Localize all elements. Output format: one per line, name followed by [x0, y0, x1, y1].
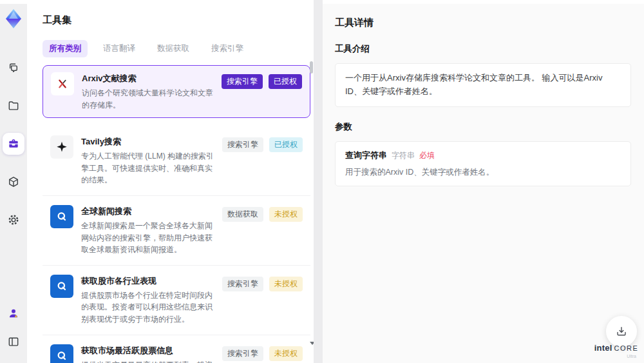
tab-all-categories[interactable]: 所有类别 — [43, 40, 88, 57]
app-sidebar — [0, 4, 27, 363]
status-badge: 未授权 — [269, 277, 303, 291]
brand-intel-text: intel — [594, 343, 612, 353]
cube-icon — [7, 175, 20, 188]
params-heading: 参数 — [335, 121, 631, 133]
tab-search-engine[interactable]: 搜索引擎 — [205, 40, 250, 57]
tool-detail-panel: 工具详情 工具介绍 一个用于从Arxiv存储库搜索科学论文和文章的工具。 输入可… — [323, 4, 644, 363]
toolset-panel: 工具集 所有类别 语言翻译 数据获取 搜索引擎 Arxiv文献搜索 访问各个研究… — [27, 4, 314, 363]
tool-card-active-stocks[interactable]: 获取市场最活跃股票信息 提供当天交易量最高的股票列表，投资者可以利用这些信息来识… — [43, 335, 310, 363]
tool-description: 提供当天交易量最高的股票列表，投资者可以利用这些信息来识别流动性强的股票和潜在的… — [81, 359, 214, 363]
sidebar-item-account[interactable] — [3, 302, 24, 324]
tool-description: 提供股票市场各个行业在特定时间段内的表现。投资者可以利用这些信息来识别表现优于或… — [81, 289, 214, 326]
category-tabs: 所有类别 语言翻译 数据获取 搜索引擎 — [43, 40, 314, 57]
sidebar-item-settings[interactable] — [3, 209, 24, 231]
search-q-icon — [50, 205, 73, 228]
tool-name: 获取市场最活跃股票信息 — [81, 345, 214, 357]
toolbox-icon — [7, 137, 20, 150]
status-badge: 未授权 — [269, 207, 303, 222]
sidebar-item-plugins[interactable] — [3, 171, 24, 193]
list-scrollbar[interactable] — [310, 58, 313, 359]
intel-core-logo: intelCORE Ultra — [594, 342, 639, 358]
tab-translation[interactable]: 语言翻译 — [97, 40, 142, 57]
param-box: 查询字符串 字符串 必填 用于搜索的Arxiv ID、关键字或作者姓名。 — [335, 141, 631, 186]
brand-ultra-text: Ultra — [594, 354, 639, 358]
category-badge: 搜索引擎 — [222, 137, 263, 152]
status-badge: 未授权 — [269, 346, 303, 361]
intro-heading: 工具介绍 — [335, 43, 631, 55]
param-description: 用于搜索的Arxiv ID、关键字或作者姓名。 — [345, 167, 621, 178]
tool-card-arxiv[interactable]: Arxiv文献搜索 访问各个研究领域大量科学论文和文章的存储库。 搜索引擎 已授… — [43, 65, 310, 118]
chat-icon — [7, 61, 20, 74]
tool-list: Arxiv文献搜索 访问各个研究领域大量科学论文和文章的存储库。 搜索引擎 已授… — [43, 65, 310, 363]
detail-title: 工具详情 — [335, 17, 631, 29]
tool-card-tavily[interactable]: Tavily搜索 专为人工智能代理 (LLM) 构建的搜索引擎工具。可快速提供实… — [43, 126, 310, 196]
category-badge: 搜索引擎 — [222, 277, 263, 291]
page-title: 工具集 — [43, 14, 314, 26]
user-icon — [7, 307, 20, 320]
tool-name: 全球新闻搜索 — [81, 206, 214, 217]
sidebar-item-collapse[interactable] — [3, 331, 24, 353]
tab-data-fetch[interactable]: 数据获取 — [151, 40, 196, 57]
tool-name: 获取股市各行业表现 — [81, 275, 214, 287]
intro-text: 一个用于从Arxiv存储库搜索科学论文和文章的工具。 输入可以是Arxiv ID… — [345, 72, 621, 99]
tool-description: 全球新闻搜索是一个聚合全球各大新闻网站内容的搜索引擎，帮助用户快速获取全球最新资… — [81, 220, 214, 256]
gear-icon — [7, 213, 20, 226]
param-type: 字符串 — [392, 150, 415, 161]
tool-name: Arxiv文献搜索 — [82, 73, 214, 84]
param-required-badge: 必填 — [419, 150, 435, 161]
category-badge: 搜索引擎 — [222, 346, 263, 361]
tool-card-stock-sectors[interactable]: 获取股市各行业表现 提供股票市场各个行业在特定时间段内的表现。投资者可以利用这些… — [43, 266, 310, 335]
search-q-icon — [50, 344, 73, 363]
scrollbar-thumb[interactable] — [310, 61, 313, 74]
sidebar-item-files[interactable] — [3, 95, 24, 117]
panel-divider — [314, 0, 323, 363]
tool-card-global-news[interactable]: 全球新闻搜索 全球新闻搜索是一个聚合全球各大新闻网站内容的搜索引擎，帮助用户快速… — [43, 196, 310, 266]
tool-name: Tavily搜索 — [81, 136, 214, 148]
intro-box: 一个用于从Arxiv存储库搜索科学论文和文章的工具。 输入可以是Arxiv ID… — [335, 63, 631, 107]
sparkle-icon — [50, 135, 73, 159]
search-q-icon — [50, 275, 73, 298]
status-badge: 已授权 — [269, 74, 302, 89]
tool-description: 专为人工智能代理 (LLM) 构建的搜索引擎工具。可快速提供实时、准确和真实的结… — [81, 150, 214, 186]
status-badge: 已授权 — [269, 137, 303, 152]
brand-core-text: CORE — [614, 344, 638, 352]
panel-icon — [7, 335, 20, 348]
download-icon — [615, 325, 628, 338]
app-logo-icon — [4, 8, 23, 30]
category-badge: 数据获取 — [222, 207, 263, 222]
sidebar-item-tools[interactable] — [3, 133, 24, 155]
sidebar-item-chat[interactable] — [3, 57, 24, 79]
folder-icon — [7, 99, 20, 112]
arxiv-icon — [51, 72, 74, 95]
tool-description: 访问各个研究领域大量科学论文和文章的存储库。 — [82, 87, 214, 111]
param-name: 查询字符串 — [345, 150, 387, 161]
category-badge: 搜索引擎 — [222, 74, 263, 89]
